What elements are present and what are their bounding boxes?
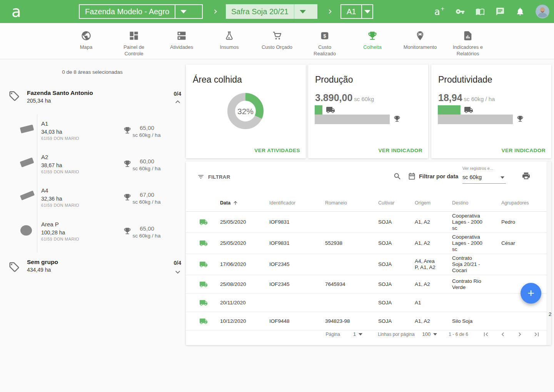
ver-atividades-link[interactable]: VER ATIVIDADES — [254, 148, 300, 153]
page-select[interactable]: 1 — [353, 331, 362, 337]
calendar-icon — [408, 172, 416, 180]
truck-icon — [326, 105, 335, 115]
group-sem-grupo[interactable]: Sem grupo 434,49 ha 0/4 — [0, 259, 185, 282]
cell-cultivar: SOJA — [378, 300, 415, 306]
column-identificador[interactable]: Identificador — [269, 200, 325, 206]
aegro-logo-icon[interactable]: a — [8, 3, 25, 20]
group-fazenda-santo-antonio[interactable]: Fazenda Santo Antonio 205,34 ha 0/4 — [0, 90, 185, 113]
nav-label: Custo Realizado — [314, 44, 336, 57]
production-value-row: 3.890,00sc 60kg — [315, 92, 374, 103]
cell-data: 17/06/2020 — [220, 261, 269, 267]
production-unit: sc 60kg — [354, 96, 374, 102]
ver-indicador-link[interactable]: VER INDICADOR — [501, 148, 546, 153]
avatar-image — [536, 5, 549, 18]
filter-button[interactable]: FILTRAR — [197, 173, 230, 180]
table-body: 25/05/2020 IOF9831 SOJA A1, A2 Cooperati… — [186, 212, 547, 331]
area-name: A2 — [41, 154, 48, 160]
card-title: Produtividade — [438, 75, 492, 85]
area-item-a2[interactable]: A2 38,67 ha 61I59 DON MARIO 60,00 sc 60k… — [0, 153, 181, 186]
filter-by-date-button[interactable]: Filtrar por data — [408, 172, 458, 180]
card-produtividade: Produtividade 18,94sc 60kg / ha VER INDI… — [431, 65, 551, 158]
main-nav: Mapa Painel de Controle Atividades Insum… — [0, 23, 554, 59]
nav-item-mapa[interactable]: Mapa — [62, 23, 110, 59]
table-row[interactable]: 25/05/2020 IOF9831 552938 SOJA A1, A2 Co… — [186, 233, 547, 254]
chat-icon[interactable] — [496, 7, 505, 16]
nav-item-atividades[interactable]: Atividades — [158, 23, 205, 59]
nav-item-insumos[interactable]: Insumos — [205, 23, 253, 59]
print-icon[interactable] — [522, 171, 531, 180]
last-page-icon[interactable] — [533, 331, 541, 338]
table-row[interactable]: 17/06/2020 IOF2345 SOJA A4, Area P, A1, … — [186, 254, 547, 275]
cell-agrupadores: César — [501, 240, 547, 246]
table-row[interactable]: 25/08/2020 IOF2345 7645934 SOJA A1, A2 C… — [186, 275, 547, 294]
cell-data: 25/05/2020 — [220, 240, 269, 246]
truck-icon — [199, 218, 208, 226]
nav-item-custo-orcado[interactable]: Custo Orçado — [253, 23, 301, 59]
prev-page-icon[interactable] — [499, 331, 507, 338]
card-area-colhida: Área colhida 32% VER ATIVIDADES — [186, 65, 306, 158]
season-selector-dropdown[interactable]: Safra Soja 20/21 — [226, 4, 317, 19]
cell-origem: A1, A2 — [415, 219, 452, 225]
nav-item-monitoramento[interactable]: Monitoramento — [396, 23, 444, 59]
table-row[interactable]: 25/05/2020 IOF9831 SOJA A1, A2 Cooperati… — [186, 212, 547, 233]
next-page-icon[interactable] — [516, 331, 524, 338]
bell-icon[interactable] — [516, 7, 525, 16]
avatar[interactable] — [536, 5, 549, 18]
unit-select[interactable]: Ver registros e... sc 60kg — [462, 166, 506, 184]
add-record-fab[interactable]: + — [521, 283, 541, 304]
area-variety: 61I59 DON MARIO — [41, 136, 79, 141]
harvest-records-table-card: FILTRAR Filtrar por data Ver registros e… — [186, 161, 551, 345]
table-header-row: Data Identificador Romaneio Cultivar Ori… — [186, 194, 547, 212]
nav-item-painel-de-controle[interactable]: Painel de Controle — [110, 23, 158, 59]
cell-identificador: IOF9831 — [269, 240, 325, 246]
farm-selector-dropdown[interactable]: Fazenda Modelo - Aegro — [79, 4, 203, 19]
column-data[interactable]: Data — [220, 200, 269, 206]
column-cultivar[interactable]: Cultivar — [378, 200, 415, 206]
cell-origem: A1 — [415, 300, 452, 306]
area-name: A1 — [41, 120, 48, 127]
book-icon[interactable] — [476, 7, 485, 16]
goal-unit: sc 60kg / ha — [127, 166, 166, 171]
rows-per-page-select[interactable]: 100 — [422, 331, 437, 337]
expand-icon[interactable] — [173, 267, 182, 277]
goal-value: 67,00 — [132, 191, 162, 198]
production-progress — [315, 105, 390, 115]
collapse-icon[interactable] — [173, 97, 182, 106]
farm-selector-caret[interactable] — [175, 5, 192, 18]
area-selector-caret[interactable] — [361, 5, 372, 18]
production-progress-bar — [315, 105, 322, 115]
cell-destino: Contrato Soja 20/21 - Cocari — [452, 255, 501, 274]
goal-unit: sc 60kg / ha — [127, 233, 166, 239]
table-scrollbar[interactable] — [547, 161, 551, 345]
goal-value: 65,00 — [132, 225, 162, 232]
pest-pin-icon — [415, 30, 426, 41]
area-item-a1[interactable]: A1 34,03 ha 61I59 DON MARIO 65,00 sc 60k… — [0, 119, 181, 153]
nav-item-custo-realizado[interactable]: $ Custo Realizado — [301, 23, 349, 59]
column-origem[interactable]: Origem — [415, 200, 452, 206]
group-area: 434,49 ha — [27, 267, 51, 273]
add-account-icon[interactable]: a + — [433, 6, 445, 17]
area-selector-dropdown[interactable]: A1 — [340, 4, 373, 19]
area-size: 38,67 ha — [41, 162, 62, 168]
nav-label: Monitoramento — [404, 44, 437, 50]
column-romaneio[interactable]: Romaneio — [325, 200, 378, 206]
table-row[interactable]: 20/11/2020 SOJA A1 — [186, 294, 547, 312]
area-item-area-p[interactable]: Area P 100,28 ha 61I59 DON MARIO 65,00 s… — [0, 220, 181, 254]
money-icon: $ — [319, 30, 330, 41]
group-selected-count: 0/4 — [174, 91, 181, 97]
report-icon — [462, 30, 473, 41]
ver-indicador-link[interactable]: VER INDICADOR — [378, 148, 422, 153]
nav-item-colheita[interactable]: Colheita — [349, 23, 396, 59]
season-selector-caret[interactable] — [294, 4, 311, 19]
column-destino[interactable]: Destino — [452, 200, 501, 206]
area-item-a4[interactable]: A4 32,36 ha 61I59 DON MARIO 67,00 sc 60k… — [0, 186, 181, 220]
column-agrupadores[interactable]: Agrupadores — [501, 200, 547, 206]
key-icon[interactable] — [456, 7, 465, 16]
plus-icon: + — [527, 287, 534, 300]
first-page-icon[interactable] — [482, 331, 490, 338]
selection-summary: 0 de 8 áreas selecionadas — [0, 69, 185, 75]
table-pagination: Página 1 Linhas por página 100 1 - 6 de … — [186, 323, 547, 345]
search-icon[interactable] — [393, 172, 402, 181]
cell-origem: A1, A2 — [415, 240, 452, 246]
nav-item-indicadores-relatorios[interactable]: Indicadores e Relatórios — [444, 23, 492, 59]
